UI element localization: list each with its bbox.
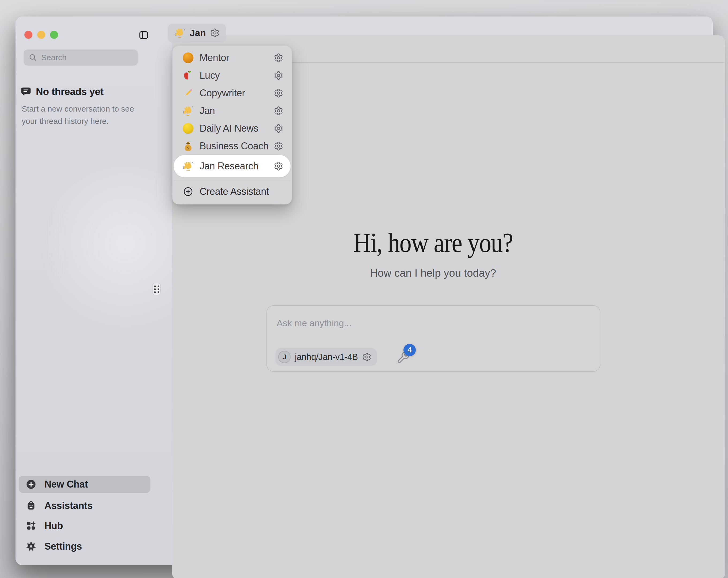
sidebar-item-hub[interactable]: Hub [19,517,150,534]
sidebar-item-label: Hub [45,520,63,531]
gear-icon[interactable] [274,106,283,116]
model-name: janhq/Jan-v1-4B [295,352,358,362]
gear-icon[interactable] [274,71,283,80]
sidebar-item-settings[interactable]: Settings [19,538,150,555]
assistant-name: Jan [190,28,206,38]
close-button[interactable] [24,31,32,39]
greeting-title: Hi, how are you? [190,227,676,258]
waving-hand-icon [174,27,185,39]
menu-item-lucy[interactable]: Lucy [174,67,290,84]
sidebar-resize-handle[interactable] [153,283,161,296]
menu-separator [174,180,290,180]
gear-icon[interactable] [274,161,283,171]
waving-hand-icon [182,105,194,117]
composer[interactable]: J janhq/Jan-v1-4B 4 [266,305,600,372]
search-field[interactable] [24,50,138,66]
search-input[interactable] [41,53,133,62]
greeting-subtitle: How can I help you today? [157,267,709,279]
sidebar-item-label: Settings [45,541,82,552]
model-selector-chip[interactable]: J janhq/Jan-v1-4B [276,348,377,366]
money-bag-icon: $ [182,141,194,152]
svg-text:$: $ [187,146,189,150]
gear-icon[interactable] [274,124,283,133]
menu-item-label: Jan Research [200,160,258,172]
zoom-button[interactable] [50,31,58,39]
menu-item-label: Business Coach [200,141,268,152]
gear-filled-icon [26,541,36,552]
plus-circle-outline-icon [182,186,194,197]
hub-grid-icon [26,521,36,531]
yellow-circle-icon [182,123,194,134]
menu-item-create-assistant[interactable]: Create Assistant [174,183,290,200]
empty-state-description: Start a new conversation to see your thr… [22,103,150,127]
sidebar-toggle-button[interactable] [138,30,149,40]
apple-icon [182,70,194,81]
chat-bubble-icon [21,87,31,97]
gear-icon[interactable] [274,53,283,62]
menu-item-jan-research[interactable]: Jan Research [174,155,290,177]
gear-icon[interactable] [210,28,220,38]
empty-state-title: No threads yet [36,86,104,97]
sidebar-item-new-chat[interactable]: New Chat [19,476,150,493]
panel-left-icon [138,30,149,40]
gear-icon[interactable] [274,141,283,151]
empty-state-header: No threads yet [21,86,104,97]
menu-item-jan[interactable]: Jan [174,102,290,120]
menu-item-business-coach[interactable]: $ Business Coach [174,137,290,155]
gear-icon[interactable] [274,88,283,98]
assistant-selector-chip[interactable]: Jan [168,24,226,42]
grip-dots-icon [154,285,159,293]
orange-circle-icon [182,52,194,64]
menu-item-label: Jan [200,105,215,117]
menu-item-label: Copywriter [200,87,245,99]
waving-hand-icon [182,160,194,172]
plus-circle-icon [26,479,36,490]
menu-item-label: Create Assistant [200,186,269,197]
message-input[interactable] [277,318,517,328]
search-icon [28,53,37,62]
menu-item-label: Mentor [200,52,229,64]
minimize-button[interactable] [37,31,45,39]
menu-item-daily-ai-news[interactable]: Daily AI News [174,120,290,137]
desktop: No threads yet Start a new conversation … [0,0,728,578]
menu-item-mentor[interactable]: Mentor [174,49,290,67]
assistant-icon [26,500,36,511]
gear-icon[interactable] [362,352,371,361]
assistant-menu: Mentor Lucy [172,46,292,204]
model-avatar: J [278,351,290,363]
pencil-icon [182,87,194,99]
sidebar-item-label: New Chat [45,479,88,490]
tools-count-badge: 4 [404,344,416,356]
menu-item-label: Lucy [200,70,220,81]
sidebar-item-label: Assistants [45,500,93,511]
sidebar-item-assistants[interactable]: Assistants [19,497,150,514]
menu-item-label: Daily AI News [200,123,258,134]
menu-item-copywriter[interactable]: Copywriter [174,84,290,102]
